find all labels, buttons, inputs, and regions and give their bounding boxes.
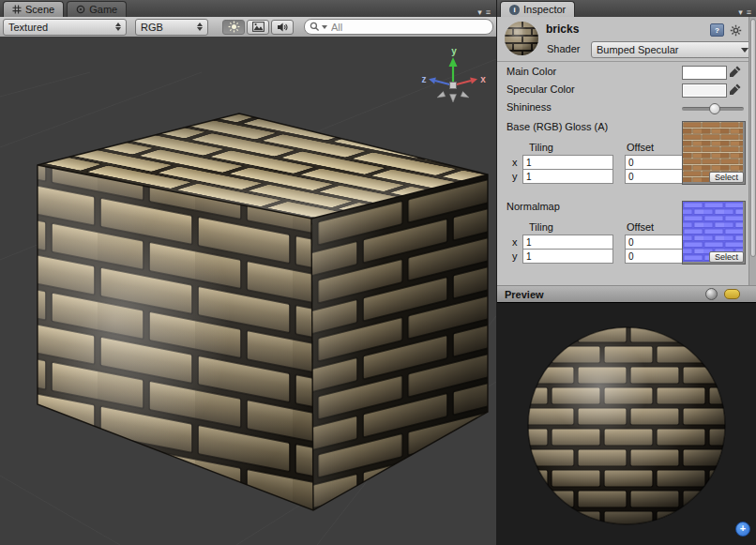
specular-color-swatch[interactable] — [682, 83, 727, 98]
preview-mesh-icon[interactable] — [705, 288, 718, 300]
brick-cube[interactable] — [38, 114, 488, 510]
scene-toggle-group — [222, 20, 294, 35]
main-color-swatch[interactable] — [682, 66, 727, 80]
specular-color-label: Specular Color — [507, 83, 575, 95]
dropdown-arrows-icon — [197, 23, 203, 31]
normal-tiling-label: Tiling — [529, 221, 553, 233]
material-sphere-thumbnail[interactable] — [504, 21, 539, 56]
scene-pane-controls: ▾ ≡ — [472, 8, 496, 17]
draw-mode-value: Textured — [8, 22, 48, 33]
base-offset-y-input[interactable] — [625, 169, 689, 184]
normal-row-y-label: y — [512, 250, 518, 262]
pane-menu-icon[interactable]: ≡ — [486, 8, 491, 17]
preview-sphere-canvas — [497, 303, 756, 545]
base-tiling-y-input[interactable] — [522, 169, 613, 184]
gizmo-z-label: z — [422, 74, 427, 84]
base-texture-thumbnail[interactable]: Select — [682, 121, 746, 185]
normalmap-select-button[interactable]: Select — [709, 251, 744, 263]
search-input[interactable] — [329, 21, 488, 34]
inspector-scrollbar-thumb[interactable] — [750, 19, 756, 257]
preview-light-toggle[interactable] — [724, 289, 740, 299]
info-icon: i — [509, 5, 520, 15]
inspector-body: bricks Shader Bumped Specular ? Main Col… — [497, 17, 756, 545]
tab-game-label: Game — [89, 4, 117, 15]
base-tiling-x-input[interactable] — [522, 155, 613, 170]
shader-label: Shader — [547, 43, 580, 54]
scene-grid-icon — [12, 5, 22, 14]
orientation-gizmo[interactable]: y x z — [422, 46, 487, 102]
render-mode-dropdown[interactable]: RGB — [135, 19, 208, 36]
normal-tiling-x-input[interactable] — [522, 235, 613, 250]
material-name: bricks — [546, 23, 579, 36]
main-color-eyedropper-icon[interactable] — [729, 65, 742, 78]
normal-row-x-label: x — [512, 236, 518, 248]
preview-header[interactable]: Preview — [497, 285, 756, 303]
skybox-fx-toggle-button[interactable] — [247, 20, 269, 35]
speaker-icon — [277, 22, 289, 33]
gear-icon[interactable] — [730, 24, 742, 37]
preview-header-buttons — [705, 288, 740, 300]
pane-menu-icon[interactable]: ≡ — [747, 8, 751, 17]
normalmap-thumbnail[interactable]: Select — [682, 201, 746, 265]
preview-area[interactable]: + — [497, 302, 756, 545]
chevron-down-icon — [741, 48, 748, 53]
inspector-pane-controls: ▾ ≡ — [733, 8, 756, 17]
scene-search-field[interactable] — [304, 19, 493, 35]
pane-dropdown-icon[interactable]: ▾ — [738, 8, 743, 17]
scene-canvas[interactable]: y x z — [0, 37, 496, 545]
tab-scene-label: Scene — [25, 4, 54, 15]
tab-inspector-label: Inspector — [523, 4, 566, 15]
base-row-y-label: y — [512, 171, 518, 182]
search-filter-caret-icon[interactable] — [322, 25, 327, 29]
shininess-slider-thumb[interactable] — [709, 103, 720, 114]
base-offset-label: Offset — [627, 142, 654, 153]
base-row-x-label: x — [512, 157, 518, 168]
inspector-tabstrip: i Inspector ▾ ≡ — [497, 0, 756, 18]
dropdown-arrows-icon — [115, 23, 121, 31]
audio-toggle-button[interactable] — [271, 20, 294, 35]
tab-game[interactable]: Game — [67, 1, 127, 17]
image-icon — [252, 22, 265, 32]
unity-editor-window: Scene Game ▾ ≡ Textured RGB — [0, 0, 756, 545]
search-icon — [310, 22, 320, 32]
scene-tabstrip: Scene Game ▾ ≡ — [0, 0, 496, 18]
normal-tiling-y-input[interactable] — [522, 249, 613, 264]
gizmo-y-label: y — [451, 46, 457, 56]
shader-value: Bumped Specular — [597, 44, 678, 55]
inspector-scrollbar[interactable] — [748, 17, 756, 285]
normalmap-title: Normalmap — [507, 201, 560, 212]
scene-pane: Scene Game ▾ ≡ Textured RGB — [0, 0, 496, 545]
lighting-toggle-button[interactable] — [222, 20, 245, 35]
base-tiling-label: Tiling — [529, 142, 553, 153]
shader-dropdown[interactable]: Bumped Specular — [591, 41, 754, 58]
render-mode-value: RGB — [141, 22, 163, 33]
preview-title: Preview — [505, 289, 544, 300]
plus-icon[interactable]: + — [735, 522, 750, 537]
gizmo-negative-axes[interactable] — [437, 92, 469, 103]
base-texture-select-button[interactable]: Select — [709, 172, 744, 183]
tab-inspector[interactable]: i Inspector — [500, 1, 575, 17]
main-color-label: Main Color — [507, 66, 556, 77]
help-icon[interactable]: ? — [710, 23, 724, 37]
base-offset-x-input[interactable] — [625, 155, 689, 170]
draw-mode-dropdown[interactable]: Textured — [3, 19, 127, 36]
scene-toolbar: Textured RGB — [0, 17, 496, 38]
header-icons: ? — [710, 23, 742, 37]
tab-scene[interactable]: Scene — [3, 1, 64, 17]
normal-offset-y-input[interactable] — [625, 249, 689, 264]
game-tab-icon — [76, 5, 85, 14]
normal-offset-label: Offset — [627, 221, 654, 233]
scene-viewport[interactable]: y x z — [0, 37, 496, 545]
specular-color-eyedropper-icon[interactable] — [729, 83, 742, 96]
sun-icon — [228, 21, 240, 33]
normal-offset-x-input[interactable] — [625, 235, 689, 250]
pane-dropdown-icon[interactable]: ▾ — [477, 8, 482, 17]
material-header: bricks Shader Bumped Specular ? — [497, 17, 756, 62]
shininess-label: Shininess — [507, 101, 552, 113]
base-map-title: Base (RGB) Gloss (A) — [507, 121, 608, 132]
gizmo-x-label: x — [480, 74, 486, 84]
inspector-pane: i Inspector ▾ ≡ — [496, 0, 756, 545]
